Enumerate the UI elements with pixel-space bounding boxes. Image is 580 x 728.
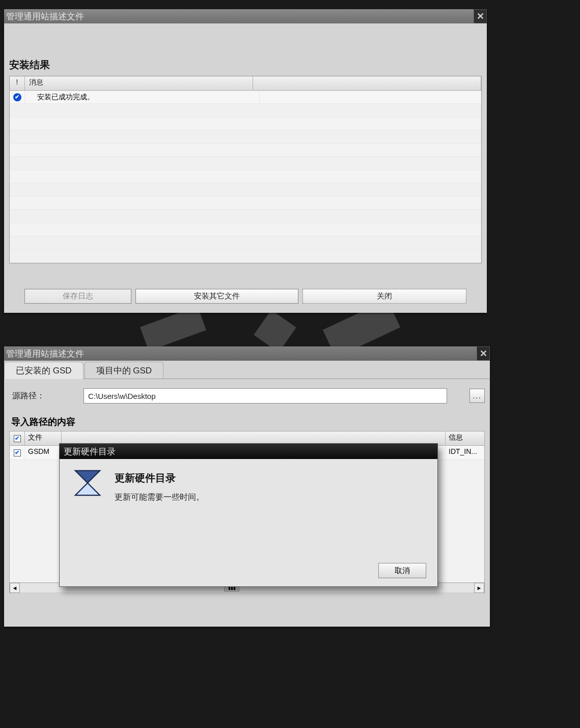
scroll-left-button[interactable]: ◄: [10, 583, 20, 593]
dialog-title: 更新硬件目录: [60, 444, 437, 459]
column-header-message[interactable]: 消息: [25, 76, 253, 90]
section-title: 安装结果: [9, 55, 482, 76]
row-file-cell: GSDM: [25, 446, 62, 460]
checkbox-icon[interactable]: ✔: [14, 449, 21, 456]
row-info-cell: IDT_IN...: [446, 446, 484, 460]
table-header: ! 消息: [10, 76, 481, 91]
window-titlebar: 管理通用站描述文件 ✕: [4, 9, 487, 23]
column-header-empty[interactable]: [253, 76, 481, 90]
check-circle-icon: ✔: [13, 93, 21, 101]
column-header-file[interactable]: 文件: [25, 432, 62, 445]
install-other-button[interactable]: 安装其它文件: [135, 289, 298, 304]
browse-button[interactable]: ...: [469, 389, 485, 403]
close-button[interactable]: 关闭: [302, 289, 466, 304]
source-path-row: 源路径： C:\Users\w\Desktop ...: [4, 379, 490, 403]
result-table: ! 消息 ✔ 安装已成功完成。: [9, 76, 482, 263]
column-header-info[interactable]: 信息: [446, 432, 484, 445]
dialog-heading: 更新硬件目录: [115, 471, 204, 485]
import-content-label: 导入路径的内容: [4, 403, 490, 431]
svg-marker-0: [75, 471, 100, 483]
window-body: 安装结果 ! 消息 ✔ 安装已成功完成。 保存日志 安装其它文件 关闭: [4, 23, 487, 313]
save-log-button: 保存日志: [24, 289, 131, 304]
source-path-label: 源路径：: [12, 391, 84, 401]
svg-marker-1: [75, 483, 100, 495]
gsd-manage-window: 管理通用站描述文件 ✕ 已安装的 GSD 项目中的 GSD 源路径： C:\Us…: [4, 346, 490, 627]
hourglass-icon: [71, 466, 104, 500]
tab-installed-gsd[interactable]: 已安装的 GSD: [4, 362, 84, 379]
window-title: 管理通用站描述文件: [6, 11, 84, 22]
close-icon[interactable]: ✕: [474, 9, 487, 23]
scroll-right-button[interactable]: ►: [474, 583, 484, 593]
tab-bar: 已安装的 GSD 项目中的 GSD: [4, 362, 490, 379]
source-path-input[interactable]: C:\Users\w\Desktop: [84, 388, 447, 403]
column-header-icon[interactable]: !: [10, 76, 25, 90]
message-cell: 安装已成功完成。: [25, 91, 260, 103]
row-checkbox-cell[interactable]: ✔: [10, 446, 25, 460]
window-body: 已安装的 GSD 项目中的 GSD 源路径： C:\Users\w\Deskto…: [4, 362, 490, 628]
status-cell: ✔: [10, 91, 25, 103]
install-result-window: 管理通用站描述文件 ✕ 安装结果 ! 消息 ✔ 安装已成功完成。: [4, 9, 487, 313]
table-row: ✔ 安装已成功完成。: [10, 91, 481, 104]
checkbox-icon[interactable]: ✔: [14, 435, 21, 442]
close-icon[interactable]: ✕: [477, 346, 490, 361]
button-row: 保存日志 安装其它文件 关闭: [4, 289, 487, 304]
update-catalog-dialog: 更新硬件目录 更新硬件目录 更新可能需要一些时间。 取消: [59, 443, 438, 587]
cancel-button[interactable]: 取消: [378, 563, 426, 578]
column-header-check[interactable]: ✔: [10, 432, 25, 445]
tab-project-gsd[interactable]: 项目中的 GSD: [85, 362, 164, 379]
window-titlebar: 管理通用站描述文件 ✕: [4, 346, 490, 361]
window-title: 管理通用站描述文件: [6, 348, 84, 360]
dialog-subtext: 更新可能需要一些时间。: [115, 492, 204, 503]
